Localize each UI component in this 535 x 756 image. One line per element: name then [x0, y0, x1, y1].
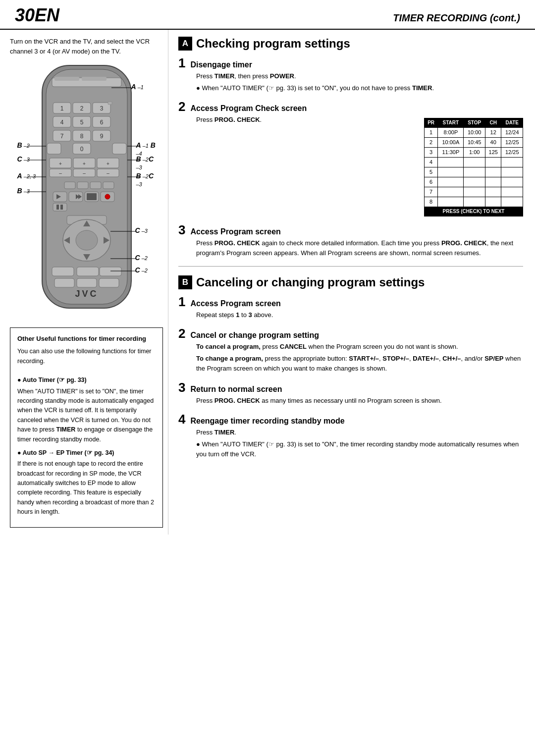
step-a2-table-container: PR START STOP CH DATE 18:00P10:001212/24 — [424, 115, 523, 216]
table-footer-row: PRESS (CHECK) TO NEXT — [425, 207, 523, 216]
svg-rect-43 — [103, 182, 114, 189]
table-header-ch: CH — [485, 118, 501, 128]
label-c3-r: C –3 — [135, 226, 148, 234]
svg-rect-27 — [112, 143, 126, 154]
step-a1-number: 1 — [178, 56, 185, 69]
table-row: 18:00P10:001212/24 — [425, 127, 523, 137]
auto-timer-body: When "AUTO TIMER" is set to "ON", the ti… — [17, 387, 156, 444]
step-b3-line1: Press PROG. CHECK as many times as neces… — [196, 396, 523, 406]
svg-rect-50 — [87, 193, 97, 200]
label-a1-top: A –1 — [131, 83, 144, 91]
step-a3: 3 Access Program screen Press PROG. CHEC… — [178, 223, 523, 258]
svg-rect-64 — [77, 267, 99, 276]
step-b2-line2: To change a program, press the appropria… — [196, 354, 523, 374]
svg-text:7: 7 — [60, 133, 63, 140]
step-b1-number: 1 — [178, 295, 185, 308]
svg-text:6: 6 — [100, 119, 103, 126]
section-b-letter: B — [178, 275, 192, 289]
table-header-pr: PR — [425, 118, 438, 128]
step-a1-title: Disengage timer — [190, 60, 252, 69]
step-b4-number: 4 — [178, 413, 185, 426]
step-b2-number: 2 — [178, 327, 185, 340]
remote-svg: 1 2 3 4 5 6 7 — [17, 63, 156, 321]
step-b2: 2 Cancel or change program setting To ca… — [178, 327, 523, 374]
step-a3-title: Access Program screen — [190, 227, 280, 236]
label-b3: B –3 — [17, 187, 30, 195]
table-header-start: START — [438, 118, 464, 128]
step-a2-title: Access Program Check screen — [190, 104, 307, 113]
svg-rect-42 — [90, 182, 101, 189]
step-b1-header: 1 Access Program screen — [178, 295, 523, 308]
table-row: 6 — [425, 177, 523, 187]
svg-text:+: + — [83, 161, 86, 166]
step-b3-body: Press PROG. CHECK as many times as neces… — [196, 396, 523, 406]
auto-sp-item: ● Auto SP → EP Timer (☞ pg. 34) If there… — [17, 448, 156, 517]
useful-intro: You can also use the following functions… — [17, 347, 156, 366]
table-header-stop: STOP — [464, 118, 485, 128]
step-a2: 2 Access Program Check screen Press PROG… — [178, 100, 523, 216]
step-b4: 4 Reengage timer recording standby mode … — [178, 413, 523, 459]
section-b-heading: B Canceling or changing program settings — [178, 275, 523, 289]
page-header: 30EN TIMER RECORDING (cont.) — [0, 0, 535, 30]
label-c3: C –3 — [17, 155, 30, 163]
step-a1-line1: Press TIMER, then press POWER. — [196, 71, 523, 81]
remote-area: 1 2 3 4 5 6 7 — [10, 63, 163, 321]
step-a3-body: Press PROG. CHECK again to check more de… — [196, 238, 523, 258]
step-a1: 1 Disengage timer Press TIMER, then pres… — [178, 56, 523, 93]
useful-functions-box: Other Useful functions for timer recordi… — [10, 327, 163, 528]
intro-text: Turn on the VCR and the TV, and select t… — [10, 37, 163, 56]
step-a2-layout: Press PROG. CHECK. PR START STOP CH DATE — [196, 115, 523, 216]
step-b4-title: Reengage timer recording standby mode — [190, 417, 344, 426]
step-b4-header: 4 Reengage timer recording standby mode — [178, 413, 523, 426]
svg-rect-4 — [82, 77, 107, 81]
step-a1-line2: ● When "AUTO TIMER" (☞ pg. 33) is set to… — [196, 83, 523, 93]
section-a-letter: A — [178, 37, 192, 51]
step-a2-header: 2 Access Program Check screen — [178, 100, 523, 113]
svg-rect-65 — [100, 267, 121, 276]
step-a1-header: 1 Disengage timer — [178, 56, 523, 69]
auto-sp-body: If there is not enough tape to record th… — [17, 459, 156, 517]
step-a2-left: Press PROG. CHECK. — [196, 115, 417, 127]
svg-text:3: 3 — [100, 105, 103, 112]
step-b3-title: Return to normal screen — [190, 385, 282, 394]
main-content: Turn on the VCR and the TV, and select t… — [0, 30, 535, 535]
step-a1-body: Press TIMER, then press POWER. ● When "A… — [196, 71, 523, 93]
label-b2: B –2 — [17, 141, 30, 149]
svg-text:+: + — [59, 161, 62, 166]
svg-text:1: 1 — [60, 105, 63, 112]
svg-text:5: 5 — [80, 119, 83, 126]
section-a-heading: A Checking program settings — [178, 37, 523, 51]
step-b3-header: 3 Return to normal screen — [178, 381, 523, 394]
table-row: 8 — [425, 197, 523, 207]
auto-timer-item: ● Auto Timer (☞ pg. 33) When "AUTO TIMER… — [17, 376, 156, 444]
useful-title: Other Useful functions for timer recordi… — [17, 334, 156, 344]
auto-timer-header: ● Auto Timer (☞ pg. 33) — [17, 376, 156, 385]
step-b4-line2: ● When "AUTO TIMER" (☞ pg. 33) is set to… — [196, 439, 523, 459]
section-b-title: Canceling or changing program settings — [196, 275, 425, 289]
svg-rect-53 — [53, 203, 67, 211]
table-row: 4 — [425, 157, 523, 167]
svg-text:+: + — [107, 161, 109, 166]
svg-text:–: – — [83, 170, 86, 176]
table-row: 210:00A10:454012/25 — [425, 137, 523, 147]
svg-rect-63 — [52, 267, 74, 276]
step-b1-line1: Repeat steps 1 to 3 above. — [196, 310, 523, 320]
step-a2-line1: Press PROG. CHECK. — [196, 115, 417, 125]
left-column: Turn on the VCR and the TV, and select t… — [0, 30, 168, 535]
svg-rect-68 — [99, 278, 119, 287]
table-row: 311:30P1:0012512/25 — [425, 147, 523, 157]
table-row: 7 — [425, 187, 523, 197]
step-b1-body: Repeat steps 1 to 3 above. — [196, 310, 523, 320]
step-b2-header: 2 Cancel or change program setting — [178, 327, 523, 340]
svg-text:2: 2 — [80, 105, 83, 112]
right-column: A Checking program settings 1 Disengage … — [168, 30, 535, 535]
table-footer-text: PRESS (CHECK) TO NEXT — [425, 207, 523, 216]
svg-text:8: 8 — [80, 133, 83, 140]
label-c2-r: C –2 — [135, 254, 148, 262]
step-b3-number: 3 — [178, 381, 185, 394]
svg-rect-3 — [54, 77, 79, 81]
table-header-date: DATE — [501, 118, 523, 128]
svg-text:–: – — [59, 170, 62, 176]
section-divider — [178, 266, 523, 267]
svg-text:9: 9 — [100, 133, 103, 140]
